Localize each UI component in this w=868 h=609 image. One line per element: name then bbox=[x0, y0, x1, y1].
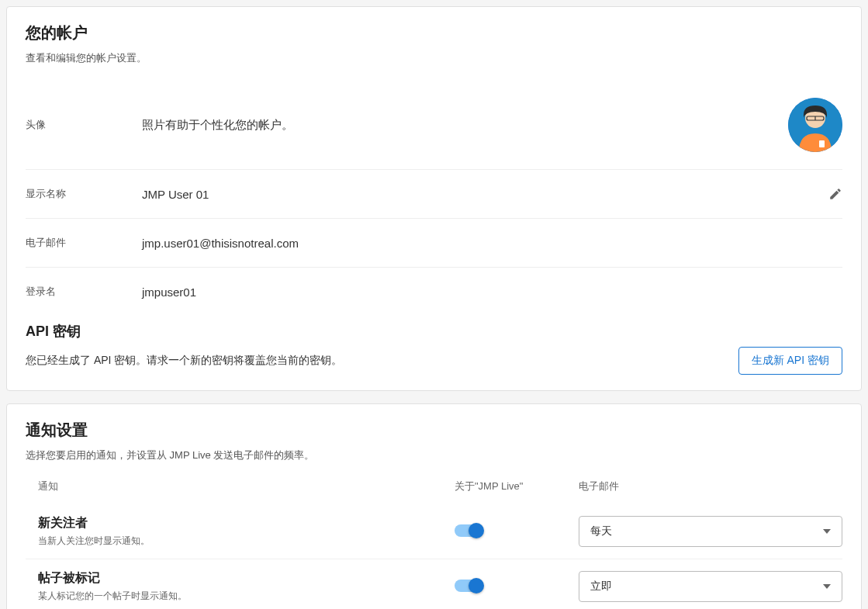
email-value: jmp.user01@thisisnotreal.com bbox=[142, 237, 842, 250]
notif-desc: 当新人关注您时显示通知。 bbox=[38, 535, 455, 548]
api-key-row: 您已经生成了 API 密钥。请求一个新的密钥将覆盖您当前的密钥。 生成新 API… bbox=[26, 347, 842, 375]
account-card: 您的帐户 查看和编辑您的帐户设置。 头像 照片有助于个性化您的帐户。 显示名称 … bbox=[6, 6, 862, 391]
notifications-title: 通知设置 bbox=[26, 420, 842, 441]
notif-column-toggle: 关于"JMP Live" bbox=[455, 479, 579, 493]
select-value: 每天 bbox=[590, 524, 612, 538]
notif-desc: 某人标记您的一个帖子时显示通知。 bbox=[38, 590, 455, 603]
api-key-description: 您已经生成了 API 密钥。请求一个新的密钥将覆盖您当前的密钥。 bbox=[26, 354, 723, 368]
account-description: 查看和编辑您的帐户设置。 bbox=[26, 51, 842, 65]
avatar[interactable] bbox=[788, 98, 842, 152]
email-row: 电子邮件 jmp.user01@thisisnotreal.com bbox=[26, 219, 842, 268]
avatar-description: 照片有助于个性化您的帐户。 bbox=[142, 118, 788, 133]
login-row: 登录名 jmpuser01 bbox=[26, 268, 842, 316]
pencil-icon[interactable] bbox=[828, 187, 842, 201]
display-name-label: 显示名称 bbox=[26, 187, 142, 201]
notif-name: 新关注者 当新人关注您时显示通知。 bbox=[26, 515, 455, 548]
svg-rect-4 bbox=[819, 140, 825, 147]
avatar-label: 头像 bbox=[26, 118, 142, 132]
notif-row-post-flagged: 帖子被标记 某人标记您的一个帖子时显示通知。 立即 bbox=[26, 559, 842, 609]
chevron-down-icon bbox=[823, 529, 831, 534]
account-title: 您的帐户 bbox=[26, 22, 842, 43]
notif-row-new-follower: 新关注者 当新人关注您时显示通知。 每天 bbox=[26, 504, 842, 559]
notif-title: 新关注者 bbox=[38, 515, 455, 531]
notifications-card: 通知设置 选择您要启用的通知，并设置从 JMP Live 发送电子邮件的频率。 … bbox=[6, 403, 862, 609]
generate-api-key-button[interactable]: 生成新 API 密钥 bbox=[738, 347, 842, 375]
notif-title: 帖子被标记 bbox=[38, 570, 455, 587]
toggle-new-follower[interactable] bbox=[455, 524, 482, 537]
avatar-row: 头像 照片有助于个性化您的帐户。 bbox=[26, 81, 842, 170]
chevron-down-icon bbox=[823, 584, 831, 589]
notif-toggle-cell bbox=[455, 580, 579, 594]
api-key-title: API 密钥 bbox=[26, 322, 842, 341]
notif-column-email: 电子邮件 bbox=[579, 479, 842, 493]
login-value: jmpuser01 bbox=[142, 285, 842, 299]
email-label: 电子邮件 bbox=[26, 236, 142, 250]
avatar-icon bbox=[788, 98, 842, 152]
toggle-post-flagged[interactable] bbox=[455, 580, 482, 592]
notifications-header: 通知 关于"JMP Live" 电子邮件 bbox=[26, 469, 842, 504]
select-post-flagged-frequency[interactable]: 立即 bbox=[579, 571, 842, 602]
notifications-description: 选择您要启用的通知，并设置从 JMP Live 发送电子邮件的频率。 bbox=[26, 448, 842, 462]
login-label: 登录名 bbox=[26, 285, 142, 299]
toggle-thumb bbox=[469, 578, 484, 593]
display-name-row: 显示名称 JMP User 01 bbox=[26, 170, 842, 219]
toggle-thumb bbox=[469, 523, 484, 538]
notif-toggle-cell bbox=[455, 524, 579, 539]
select-new-follower-frequency[interactable]: 每天 bbox=[579, 516, 842, 547]
select-value: 立即 bbox=[590, 580, 612, 593]
notif-name: 帖子被标记 某人标记您的一个帖子时显示通知。 bbox=[26, 570, 455, 603]
display-name-value: JMP User 01 bbox=[142, 188, 828, 201]
notif-column-name: 通知 bbox=[26, 479, 455, 493]
